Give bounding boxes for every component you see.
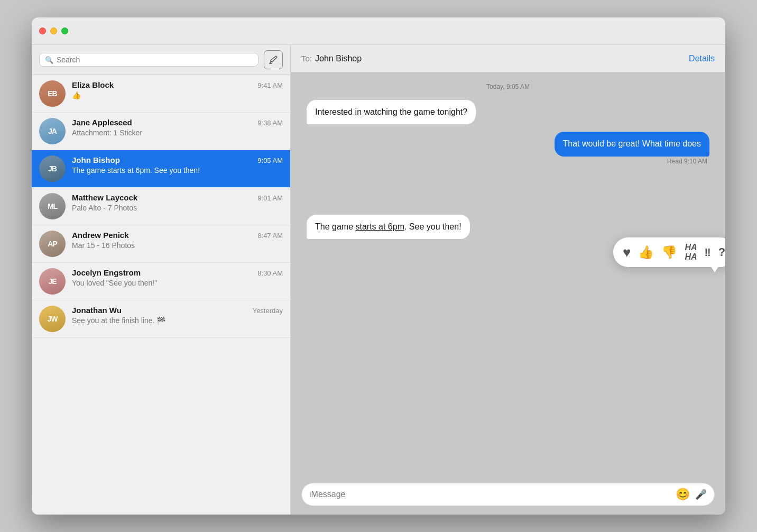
close-button[interactable] (39, 27, 46, 34)
convo-preview-jane-appleseed: Attachment: 1 Sticker (72, 129, 283, 137)
convo-top-andrew-penick: Andrew Penick 8:47 AM (72, 231, 283, 240)
avatar-andrew-penick: AP (39, 231, 66, 257)
emoji-button[interactable]: 😊 (676, 488, 690, 501)
convo-top-matthew-laycock: Matthew Laycock 9:01 AM (72, 193, 283, 202)
read-status: Read 9:10 AM (307, 158, 709, 165)
chat-to: To: John Bishop (301, 54, 362, 63)
convo-info-jonathan-wu: Jonathan Wu Yesterday See you at the fin… (72, 306, 283, 325)
convo-preview-jonathan-wu: See you at the finish line. 🏁 (72, 316, 283, 325)
app-window: 🔍 EB Eliza Block 9:41 AM (32, 17, 725, 515)
convo-name-jane-appleseed: Jane Appleseed (72, 118, 132, 127)
convo-top-eliza-block: Eliza Block 9:41 AM (72, 80, 283, 89)
microphone-button[interactable]: 🎤 (695, 489, 707, 500)
convo-top-jocelyn-engstrom: Jocelyn Engstrom 8:30 AM (72, 268, 283, 277)
convo-time-andrew-penick: 8:47 AM (257, 232, 283, 240)
message-text: That would be great! What time does (563, 139, 701, 148)
convo-time-jocelyn-engstrom: 8:30 AM (257, 269, 283, 277)
message-row: That would be great! What time does (307, 132, 709, 156)
convo-name-matthew-laycock: Matthew Laycock (72, 193, 137, 202)
details-button[interactable]: Details (689, 54, 715, 63)
chat-area: To: John Bishop Details Today, 9:05 AM I… (291, 45, 725, 515)
tapback-haha-label: HAHA (685, 243, 697, 261)
search-input[interactable] (57, 56, 253, 64)
convo-time-jane-appleseed: 9:38 AM (257, 119, 283, 127)
convo-info-jocelyn-engstrom: Jocelyn Engstrom 8:30 AM You loved "See … (72, 268, 283, 287)
convo-name-eliza-block: Eliza Block (72, 80, 114, 89)
convo-name-john-bishop: John Bishop (72, 155, 120, 164)
tapback-thumbsup-button[interactable]: 👍 (638, 246, 654, 259)
conversation-item-andrew-penick[interactable]: AP Andrew Penick 8:47 AM Mar 15 - 16 Pho… (32, 225, 290, 263)
tapback-haha-button[interactable]: HAHA (685, 243, 697, 261)
convo-name-jonathan-wu: Jonathan Wu (72, 306, 122, 315)
convo-name-andrew-penick: Andrew Penick (72, 231, 129, 240)
convo-name-jocelyn-engstrom: Jocelyn Engstrom (72, 268, 141, 277)
convo-time-jonathan-wu: Yesterday (253, 307, 283, 315)
input-area: 😊 🎤 (291, 478, 725, 515)
avatar-jonathan-wu: JW (39, 306, 66, 332)
message-group-outgoing: That would be great! What time does ♥ 👍 … (307, 132, 709, 164)
tapback-exclaim-button[interactable]: ‼ (705, 247, 711, 258)
tapback-question-label: ? (718, 246, 725, 258)
message-bubble-incoming-1: Interested in watching the game tonight? (307, 100, 476, 124)
chat-recipient-name: John Bishop (315, 54, 362, 63)
convo-preview-andrew-penick: Mar 15 - 16 Photos (72, 241, 283, 250)
title-bar (32, 17, 725, 45)
conversation-item-matthew-laycock[interactable]: ML Matthew Laycock 9:01 AM Palo Alto - 7… (32, 188, 290, 225)
avatar-jane-appleseed: JA (39, 118, 66, 144)
imessage-input[interactable] (309, 490, 670, 499)
conversation-item-eliza-block[interactable]: EB Eliza Block 9:41 AM 👍 (32, 75, 290, 113)
avatar-jocelyn-engstrom: JE (39, 268, 66, 295)
message-bubble-outgoing-1: That would be great! What time does (555, 132, 709, 156)
conversation-item-jane-appleseed[interactable]: JA Jane Appleseed 9:38 AM Attachment: 1 … (32, 113, 290, 150)
convo-preview-eliza-block: 👍 (72, 91, 283, 99)
input-box: 😊 🎤 (301, 483, 715, 506)
compose-button[interactable] (264, 50, 283, 69)
tapback-exclaim-label: ‼ (705, 247, 711, 258)
minimize-button[interactable] (50, 27, 57, 34)
tapback-heart-button[interactable]: ♥ (623, 245, 631, 259)
convo-top-john-bishop: John Bishop 9:05 AM (72, 155, 283, 164)
convo-info-jane-appleseed: Jane Appleseed 9:38 AM Attachment: 1 Sti… (72, 118, 283, 137)
convo-info-eliza-block: Eliza Block 9:41 AM 👍 (72, 80, 283, 99)
avatar-john-bishop: JB (39, 155, 66, 182)
conversation-list: EB Eliza Block 9:41 AM 👍 JA Jane Applese… (32, 75, 290, 515)
convo-info-john-bishop: John Bishop 9:05 AM The game starts at 6… (72, 155, 283, 175)
convo-top-jane-appleseed: Jane Appleseed 9:38 AM (72, 118, 283, 127)
message-bubble-incoming-2: The game starts at 6pm. See you then! (307, 215, 470, 239)
timestamp-label: Today, 9:05 AM (307, 83, 709, 90)
message-row: The game starts at 6pm. See you then! (307, 215, 709, 239)
compose-icon (269, 55, 278, 65)
convo-time-john-bishop: 9:05 AM (257, 157, 283, 164)
convo-preview-john-bishop: The game starts at 6pm. See you then! (72, 166, 283, 175)
convo-preview-matthew-laycock: Palo Alto - 7 Photos (72, 204, 283, 212)
tapback-question-button[interactable]: ? (718, 246, 725, 258)
message-text: The game starts at 6pm. See you then! (315, 222, 461, 231)
convo-info-matthew-laycock: Matthew Laycock 9:01 AM Palo Alto - 7 Ph… (72, 193, 283, 212)
to-label: To: (301, 54, 312, 63)
conversation-item-jocelyn-engstrom[interactable]: JE Jocelyn Engstrom 8:30 AM You loved "S… (32, 263, 290, 300)
sidebar-header: 🔍 (32, 45, 290, 75)
conversation-item-jonathan-wu[interactable]: JW Jonathan Wu Yesterday See you at the … (32, 300, 290, 338)
messages-area[interactable]: Today, 9:05 AM Interested in watching th… (291, 72, 725, 478)
search-icon: 🔍 (45, 56, 53, 64)
maximize-button[interactable] (61, 27, 68, 34)
tapback-popup: ♥ 👍 👎 HAHA ‼ ? (613, 237, 725, 267)
convo-time-matthew-laycock: 9:01 AM (257, 194, 283, 202)
convo-top-jonathan-wu: Jonathan Wu Yesterday (72, 306, 283, 315)
convo-time-eliza-block: 9:41 AM (257, 81, 283, 89)
avatar-eliza-block: EB (39, 80, 66, 107)
convo-preview-jocelyn-engstrom: You loved "See you then!" (72, 279, 283, 287)
main-content: 🔍 EB Eliza Block 9:41 AM (32, 45, 725, 515)
tapback-thumbsdown-button[interactable]: 👎 (661, 246, 677, 259)
sidebar: 🔍 EB Eliza Block 9:41 AM (32, 45, 291, 515)
message-row: Interested in watching the game tonight? (307, 100, 709, 124)
convo-info-andrew-penick: Andrew Penick 8:47 AM Mar 15 - 16 Photos (72, 231, 283, 250)
search-bar[interactable]: 🔍 (39, 53, 259, 67)
conversation-item-john-bishop[interactable]: JB John Bishop 9:05 AM The game starts a… (32, 150, 290, 188)
message-text: Interested in watching the game tonight? (315, 107, 467, 116)
avatar-matthew-laycock: ML (39, 193, 66, 219)
chat-header: To: John Bishop Details (291, 45, 725, 72)
